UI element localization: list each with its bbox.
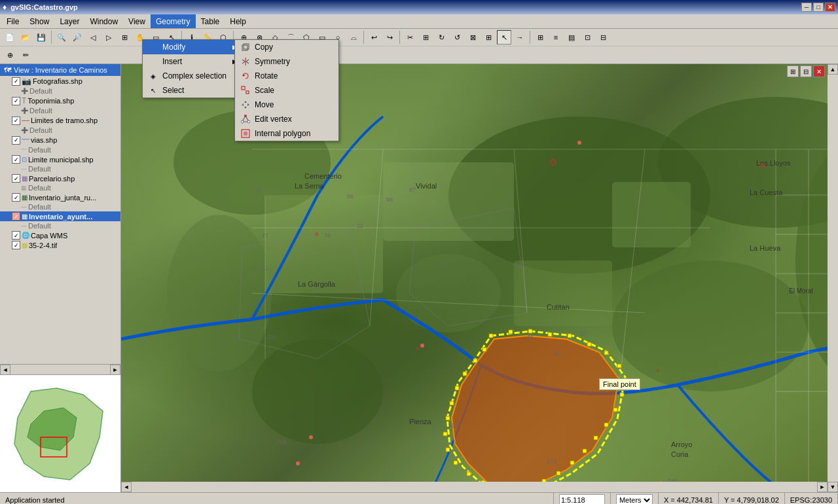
tb-new-layer[interactable]: ⊕ [3, 48, 17, 62]
tb-pointer[interactable]: ↖ [497, 30, 511, 45]
tb-join[interactable]: ⊞ [481, 30, 496, 45]
tb-layout[interactable]: ⊡ [580, 30, 594, 45]
tb-delete[interactable]: ✂ [403, 30, 417, 45]
tb-new[interactable]: 📄 [3, 30, 17, 45]
map-area[interactable]: Cementerio La Serna Vividal La Gárgolla … [121, 64, 838, 492]
menu-item-insert[interactable]: Insert ▶ [143, 54, 240, 69]
map-close[interactable]: ✕ [813, 65, 825, 77]
layer-item-fotografias-default[interactable]: ➕ Default [0, 86, 120, 96]
menu-view[interactable]: View [123, 14, 151, 28]
menu-show[interactable]: Show [24, 14, 54, 28]
modify-submenu[interactable]: Copy Symmetry Rotate Scale Move Edit ver… [234, 39, 339, 141]
layer-item-limites[interactable]: ✓ — Limites de tramo.shp [0, 115, 120, 126]
layer-item-limite-mun[interactable]: ✓ ⊡ Limite municipal.shp [0, 154, 120, 164]
scale-unit-select[interactable]: Meters [616, 494, 653, 505]
map-scroll-down[interactable]: ▼ [828, 482, 838, 492]
layer-item-inv-ayunt[interactable]: ✓ ▦ Inventario_ayunt... [0, 211, 120, 221]
submenu-item-copy[interactable]: Copy [235, 40, 338, 54]
tb-zoom-all[interactable]: ⊞ [117, 30, 132, 45]
layer-check-limite-mun[interactable]: ✓ [12, 155, 20, 164]
layer-check-inv-junta[interactable]: ✓ [12, 193, 20, 202]
menu-item-modify[interactable]: Modify ▶ [143, 40, 240, 54]
tb-edit-start[interactable]: ✏ [18, 48, 33, 62]
map-vscroll-track[interactable] [828, 75, 838, 482]
layer-item-parcelario-default[interactable]: ▦ Default [0, 183, 120, 192]
map-maximize[interactable]: ⊞ [787, 65, 799, 77]
tb-arc[interactable]: ⌓ [346, 30, 361, 45]
tb-redo[interactable]: ↪ [382, 30, 397, 45]
geometry-dropdown[interactable]: Modify ▶ Insert ▶ ◈ Complex selection ↖ … [142, 39, 240, 98]
submenu-item-move[interactable]: Move [235, 98, 338, 112]
tb-rotate2[interactable]: ↻ [434, 30, 448, 45]
layer-item-raster[interactable]: ✓ ▦ 35-2-4.tif [0, 240, 120, 250]
layer-item-inv-junta-default[interactable]: — Default [0, 202, 120, 211]
tb-table2[interactable]: ⊞ [533, 30, 547, 45]
menu-help[interactable]: Help [225, 14, 251, 28]
tb-zoom-in[interactable]: 🔍 [54, 30, 69, 45]
layer-check-limites[interactable]: ✓ [12, 117, 20, 125]
menu-window[interactable]: Window [84, 14, 123, 28]
layer-check-toponimia[interactable]: ✓ [12, 97, 20, 105]
layer-tree[interactable]: ✓ 📷 Fotografias.shp ➕ Default ✓ T Toponi… [0, 76, 120, 364]
layer-item-inv-ayunt-default[interactable]: — Default [0, 221, 120, 230]
layer-check-raster[interactable]: ✓ [12, 241, 20, 249]
submenu-item-edit-vertex[interactable]: Edit vertex [235, 112, 338, 126]
submenu-item-scale[interactable]: Scale [235, 83, 338, 98]
map-scroll-right[interactable]: ► [817, 482, 828, 492]
layer-check-vias[interactable]: ✓ [12, 136, 20, 145]
minimize-button[interactable]: ─ [801, 3, 812, 12]
layer-check-fotografias[interactable]: ✓ [12, 77, 20, 86]
tb-copy2[interactable]: ⊞ [418, 30, 433, 45]
tb-zoom-out[interactable]: 🔎 [70, 30, 84, 45]
submenu-item-rotate[interactable]: Rotate [235, 69, 338, 83]
tb-zoom-prev[interactable]: ◁ [86, 30, 100, 45]
tb-undo2[interactable]: ↺ [450, 30, 464, 45]
submenu-item-symmetry[interactable]: Symmetry [235, 54, 338, 69]
menu-layer[interactable]: Layer [54, 14, 84, 28]
status-scale-arrow[interactable]: Meters [611, 493, 659, 504]
close-button[interactable]: ✕ [825, 3, 835, 12]
layer-item-vias[interactable]: ✓ 〰 vias.shp [0, 135, 120, 145]
layer-item-vias-default[interactable]: 〰 Default [0, 145, 120, 154]
layer-item-fotografias[interactable]: ✓ 📷 Fotografias.shp [0, 76, 120, 86]
layer-check-wms[interactable]: ✓ [12, 231, 20, 240]
map-hscroll-track[interactable] [132, 482, 817, 492]
tb-explode[interactable]: ⊠ [465, 30, 480, 45]
tb-legend[interactable]: ⊟ [596, 30, 610, 45]
scroll-left[interactable]: ◄ [0, 365, 10, 375]
layer-check-parcelario[interactable]: ✓ [12, 174, 20, 183]
map-scroll-up[interactable]: ▲ [828, 64, 838, 75]
tb-save[interactable]: 💾 [34, 30, 48, 45]
menu-table[interactable]: Table [196, 14, 225, 28]
scroll-track[interactable] [10, 365, 110, 374]
svg-rect-130 [246, 91, 249, 94]
layer-item-parcelario[interactable]: ✓ ▦ Parcelario.shp [0, 173, 120, 183]
tb-arrow[interactable]: → [513, 30, 527, 45]
layer-item-limites-default[interactable]: ➕ Default [0, 126, 120, 135]
tb-zoom-next[interactable]: ▷ [101, 30, 116, 45]
layer-item-toponimia[interactable]: ✓ T Toponimia.shp [0, 96, 120, 106]
map-scroll-left[interactable]: ◄ [121, 482, 132, 492]
map-restore[interactable]: ⊟ [800, 65, 812, 77]
layer-check-inv-ayunt[interactable]: ✓ [12, 212, 20, 221]
maximize-button[interactable]: □ [813, 3, 824, 12]
menu-item-select[interactable]: ↖ Select [143, 83, 240, 98]
layer-item-toponimia-default[interactable]: ➕ Default [0, 106, 120, 115]
tb-chart[interactable]: ▤ [564, 30, 579, 45]
tb-attrib[interactable]: ≡ [549, 30, 563, 45]
map-hscroll[interactable]: ◄ ► [121, 482, 828, 492]
map-vscroll[interactable]: ▲ ▼ [828, 64, 838, 492]
tb-undo[interactable]: ↩ [367, 30, 381, 45]
scale-input[interactable] [559, 494, 605, 505]
menu-item-complex-selection[interactable]: ◈ Complex selection [143, 69, 240, 83]
layer-item-wms[interactable]: ✓ 🌐 Capa WMS [0, 230, 120, 240]
scroll-right[interactable]: ► [110, 365, 120, 375]
layer-item-inv-junta[interactable]: ✓ ▦ Inventario_junta_ru... [0, 192, 120, 202]
menu-file[interactable]: File [1, 14, 24, 28]
sidebar-scroll[interactable]: ◄ ► [0, 364, 120, 374]
layer-item-limite-mun-default[interactable]: — Default [0, 164, 120, 173]
menu-geometry[interactable]: Geometry [151, 14, 196, 28]
submenu-item-internal-polygon[interactable]: Internal polygon [235, 126, 338, 141]
tb-open[interactable]: 📂 [18, 30, 33, 45]
sep6 [530, 31, 530, 44]
